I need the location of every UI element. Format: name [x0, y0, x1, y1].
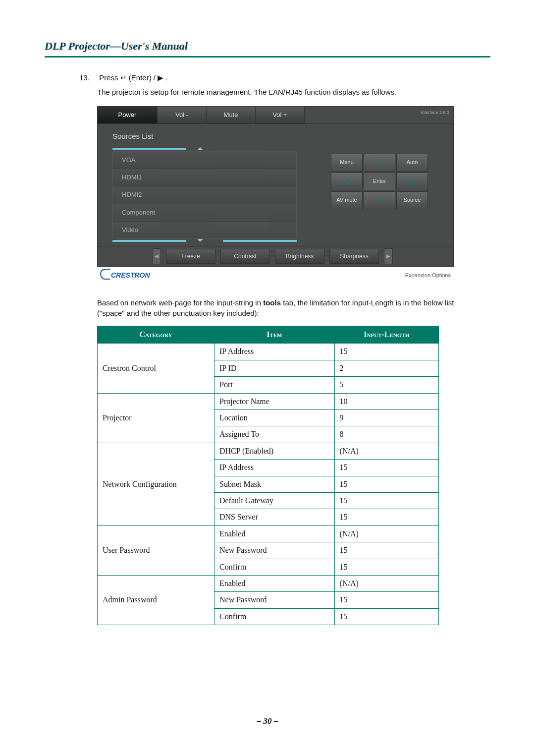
- contrast-button[interactable]: Contrast: [220, 249, 270, 264]
- item-cell: Confirm: [214, 559, 335, 575]
- panel-bottombar: ◀ Freeze Contrast Brightness Sharpness ▶: [98, 246, 453, 266]
- item-cell: Port: [214, 377, 335, 393]
- freeze-button[interactable]: Freeze: [166, 249, 215, 264]
- sources-top-rule: [112, 148, 297, 150]
- nav-left-button[interactable]: ◀: [331, 173, 363, 190]
- enter-button[interactable]: Enter: [364, 173, 395, 190]
- table-row: Network ConfigurationDHCP (Enabled)(N/A): [98, 443, 439, 459]
- length-cell: 10: [334, 393, 438, 409]
- sources-title: Sources List: [112, 131, 297, 141]
- table-head: Category Item Input-Length: [98, 326, 439, 344]
- table-body: Crestron ControlIP Address15IP ID2Port5P…: [98, 344, 439, 625]
- bottombar-scroll-right[interactable]: ▶: [384, 248, 393, 264]
- sources-bottom-rule: [112, 240, 297, 242]
- step-line: 13. Press ↵ (Enter) / ▶ .: [79, 72, 481, 83]
- category-cell: Network Configuration: [98, 443, 214, 525]
- table-row: User PasswordEnabled(N/A): [98, 525, 439, 542]
- item-cell: New Password: [214, 592, 335, 608]
- length-cell: 2: [334, 360, 438, 376]
- item-cell: New Password: [214, 542, 335, 559]
- item-cell: Location: [214, 409, 335, 426]
- item-cell: Confirm: [214, 608, 335, 625]
- vol-down-button[interactable]: Vol -: [158, 107, 207, 123]
- length-cell: 15: [334, 460, 438, 476]
- step-number: 13.: [79, 72, 97, 83]
- topbar-filler: Interface 2.6.3: [305, 107, 453, 123]
- nav-grid: Menu ▲ Auto ◀ Enter ▶ AV mute ▼ Source: [331, 154, 428, 209]
- scroll-up-icon[interactable]: [197, 147, 203, 150]
- input-length-table: Category Item Input-Length Crestron Cont…: [97, 326, 439, 625]
- interface-version: Interface 2.6.3: [421, 110, 449, 116]
- scroll-down-icon[interactable]: [197, 239, 203, 242]
- left-arrow-icon: ◀: [344, 176, 350, 187]
- crestron-panel: Power Vol - Mute Vol + Interface 2.6.3 S…: [97, 106, 454, 283]
- item-cell: Enabled: [214, 525, 335, 542]
- auto-button[interactable]: Auto: [396, 154, 428, 172]
- source-button[interactable]: Source: [396, 191, 428, 209]
- item-cell: Assigned To: [214, 426, 335, 443]
- panel-footer: CRESTRON Expansion Options: [97, 267, 454, 283]
- nav-down-button[interactable]: ▼: [364, 191, 395, 209]
- content-body: 13. Press ↵ (Enter) / ▶ . The projector …: [45, 72, 490, 625]
- length-cell: 15: [334, 492, 438, 509]
- sources-list: VGA HDMI1 HDMI2 Component Video: [112, 151, 297, 239]
- right-arrow-icon: ▶: [158, 73, 163, 82]
- step-subtext: The projector is setup for remote manage…: [79, 87, 481, 97]
- page-number: – 30 –: [0, 716, 535, 726]
- length-cell: (N/A): [334, 575, 438, 591]
- step-text-mid: (Enter) /: [129, 73, 158, 82]
- bottombar-scroll-left[interactable]: ◀: [152, 248, 161, 264]
- source-component[interactable]: Component: [113, 204, 296, 222]
- item-cell: IP Address: [214, 344, 335, 360]
- length-cell: 8: [334, 426, 438, 443]
- col-category: Category: [98, 326, 214, 344]
- page: DLP Projector—User's Manual 13. Press ↵ …: [0, 0, 535, 756]
- power-button[interactable]: Power: [98, 107, 158, 123]
- vol-up-button[interactable]: Vol +: [256, 107, 305, 123]
- item-cell: Projector Name: [214, 393, 335, 409]
- explain-bold: tools: [263, 298, 281, 307]
- length-cell: 5: [334, 377, 438, 393]
- table-row: Crestron ControlIP Address15: [98, 344, 439, 360]
- explain-before: Based on network web-page for the input-…: [97, 298, 263, 307]
- source-video[interactable]: Video: [113, 222, 296, 238]
- down-arrow-icon: ▼: [375, 195, 383, 206]
- panel-body: Sources List VGA HDMI1 HDMI2 Component V…: [98, 124, 453, 246]
- nav-right-button[interactable]: ▶: [396, 173, 428, 190]
- item-cell: Subnet Mask: [214, 476, 335, 492]
- enter-return-icon: ↵: [120, 73, 127, 82]
- up-arrow-icon: ▲: [375, 157, 383, 168]
- crestron-logo: CRESTRON: [100, 271, 150, 281]
- menu-button[interactable]: Menu: [331, 154, 363, 172]
- category-cell: Admin Password: [98, 575, 214, 625]
- source-vga[interactable]: VGA: [113, 152, 296, 169]
- mute-button[interactable]: Mute: [207, 107, 256, 123]
- table-row: ProjectorProjector Name10: [98, 393, 439, 409]
- item-cell: Default Gateway: [214, 492, 335, 509]
- category-cell: Projector: [98, 393, 214, 443]
- nav-up-button[interactable]: ▲: [364, 154, 395, 172]
- header-rule: [45, 56, 490, 58]
- panel-frame: Power Vol - Mute Vol + Interface 2.6.3 S…: [97, 106, 454, 267]
- nav-column: Menu ▲ Auto ◀ Enter ▶ AV mute ▼ Source: [306, 124, 453, 246]
- item-cell: DNS Server: [214, 509, 335, 525]
- length-cell: 15: [334, 608, 438, 625]
- item-cell: IP ID: [214, 360, 335, 376]
- category-cell: User Password: [98, 525, 214, 575]
- item-cell: Enabled: [214, 575, 335, 591]
- avmute-button[interactable]: AV mute: [331, 191, 363, 209]
- sharpness-button[interactable]: Sharpness: [329, 249, 379, 264]
- col-item: Item: [214, 326, 335, 344]
- col-input-length: Input-Length: [334, 326, 438, 344]
- expansion-options-link[interactable]: Expansion Options: [405, 272, 451, 279]
- source-hdmi1[interactable]: HDMI1: [113, 169, 296, 186]
- length-cell: 15: [334, 542, 438, 559]
- length-cell: 15: [334, 344, 438, 360]
- length-cell: (N/A): [334, 443, 438, 459]
- item-cell: IP Address: [214, 460, 335, 476]
- length-cell: 15: [334, 476, 438, 492]
- length-cell: (N/A): [334, 525, 438, 542]
- source-hdmi2[interactable]: HDMI2: [113, 186, 296, 204]
- category-cell: Crestron Control: [98, 344, 214, 393]
- brightness-button[interactable]: Brightness: [275, 249, 324, 264]
